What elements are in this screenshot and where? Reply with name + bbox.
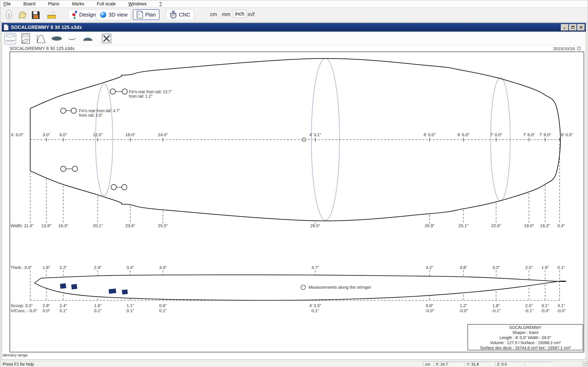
thickness-label: 4.2" <box>426 265 433 270</box>
vee-concave-label: 0.1" <box>60 308 67 313</box>
slice-ellipse-center <box>311 58 339 220</box>
unit-mm[interactable]: mm <box>222 11 231 17</box>
close-button[interactable] <box>577 24 585 31</box>
fin-plug <box>71 284 77 289</box>
fin-plug <box>109 289 116 294</box>
resize-grip[interactable] <box>582 362 588 367</box>
thickness-label: 3.2" <box>493 265 500 270</box>
drawing-frame: X: 0.0"Width: 11.4"Thick.: 0.0"Scoop: 3.… <box>9 52 584 352</box>
view-outline-icon[interactable] <box>51 33 63 44</box>
unit-cm[interactable]: cm <box>210 11 217 17</box>
scoop-label: 0.6" <box>159 303 167 308</box>
scoop-label: Scoop: 3.3" <box>11 303 33 308</box>
select-tool-icon[interactable] <box>4 10 14 20</box>
x-position-label: 6.0" <box>60 132 67 137</box>
info-surface-dev: Surface dev deck : 16744.6 cm² bot : 155… <box>468 345 583 350</box>
stringer-note: Measurements along the stringer <box>309 285 371 290</box>
menu-help[interactable]: ? <box>159 1 162 7</box>
scoop-label: 2.4" <box>60 303 67 308</box>
menu-marks[interactable]: Marks <box>72 1 84 7</box>
scoop-label: 0.8" <box>426 303 433 308</box>
date-checkbox[interactable] <box>577 47 580 50</box>
cnc-button[interactable]: CNC <box>166 9 194 20</box>
view-slice-icon[interactable] <box>82 33 94 44</box>
board-profile <box>35 275 566 300</box>
thickness-label: 3.9" <box>159 265 167 270</box>
save-icon[interactable] <box>30 10 41 20</box>
scoop-label: 1.6" <box>94 303 102 308</box>
status-unit: cm <box>423 362 432 366</box>
width-label: 16.2" <box>540 223 550 228</box>
width-label: 29.5" <box>310 223 320 228</box>
thickness-label: 4.7" <box>311 265 319 270</box>
document-window: SOCALGREMMY 8 30 125.s3dx <box>2 23 586 360</box>
vee-concave-label: 0.0" <box>43 308 50 313</box>
x-position-label: 7' 6.0" <box>523 132 535 137</box>
vee-concave-label: -0.0" <box>541 308 550 313</box>
design-button[interactable]: Design <box>68 9 99 20</box>
vee-concave-label: 0.1" <box>94 308 102 313</box>
fin-annotation: Fin's rear from tail: 4.7" <box>79 108 120 113</box>
info-volume-surface: Volume : 127.5 l Surface : 15098.2 cm² <box>468 340 583 345</box>
measure-icon[interactable] <box>46 10 57 20</box>
width-label: 25.5" <box>158 223 168 228</box>
menu-board[interactable]: Board <box>23 1 35 7</box>
vee-concave-label: V/Conc.: -0.0" <box>11 308 37 313</box>
x-position-label: 7' 9.0" <box>539 132 551 137</box>
sheet-filename: SOCALGREMMY 8 30 125.s3dx <box>9 46 75 51</box>
view-rocker-icon[interactable] <box>66 33 78 44</box>
x-position-label: 12.0" <box>93 132 103 137</box>
fin-plug <box>122 290 128 295</box>
sphere-icon <box>100 11 107 18</box>
view-plan-profile-icon[interactable] <box>4 33 16 44</box>
maximize-button[interactable] <box>569 24 577 31</box>
fin-annotation: Fin's rear from tail: 13.7" <box>129 90 172 94</box>
x-position-label: X: 0.0" <box>11 132 23 137</box>
menu-full-scale[interactable]: Full scale <box>97 1 116 7</box>
width-label: 26.9" <box>425 223 434 228</box>
author-name: dennery serge <box>3 353 27 358</box>
x-position-label: 6' 6.0" <box>458 132 469 137</box>
thickness-label: 3.4" <box>127 265 134 270</box>
unit-inf[interactable]: in/f <box>248 11 254 17</box>
menu-plans[interactable]: Plans <box>48 1 59 7</box>
thickness-label: 2.9" <box>94 265 102 270</box>
scoop-label: 4' 2.5" <box>309 303 321 308</box>
width-label: 22.6" <box>491 223 501 228</box>
menu-windows[interactable]: Windows <box>129 1 147 7</box>
export-excel-icon[interactable] <box>101 33 112 44</box>
plan-button[interactable]: Plan <box>133 9 159 20</box>
vee-concave-label: -0.0" <box>557 308 566 313</box>
minimize-button[interactable] <box>561 24 568 31</box>
width-label: 23.6" <box>125 223 135 228</box>
plan-sheet: SOCALGREMMY 8 30 125.s3dx 2015/10/19 <box>2 45 586 359</box>
scoop-label: 1.8" <box>493 303 500 308</box>
fin-annotation: from rail: 2.0" <box>79 113 103 117</box>
info-dimensions: Length : 8' 0.0" Width : 29.5" <box>468 335 583 340</box>
thickness-label: 0.1" <box>558 265 565 270</box>
x-position-label: 4' 3.1" <box>309 132 321 137</box>
board-center-marker <box>302 138 306 142</box>
thickness-label: Thick.: 0.0" <box>11 265 32 270</box>
view-spec-sheet-icon[interactable] <box>20 33 32 44</box>
application-window: File Board Plans Marks Full scale Window… <box>0 0 588 367</box>
fin-markers <box>61 89 127 190</box>
main-toolbar: Design 3D view Plan CNC cm mm inch in/f <box>0 8 588 22</box>
open-file-icon[interactable] <box>18 10 28 20</box>
view-slice-curve-icon[interactable] <box>35 33 47 44</box>
3d-view-button[interactable]: 3D view <box>96 9 131 20</box>
info-board-name: SOCALGREMMY <box>468 325 583 330</box>
slice-ellipse-nose <box>491 77 510 201</box>
menu-file[interactable]: File <box>3 1 11 7</box>
title-bar[interactable]: SOCALGREMMY 8 30 125.s3dx <box>2 23 586 32</box>
thickness-label: 2.2" <box>60 265 67 270</box>
unit-inch[interactable]: inch <box>233 10 246 18</box>
scoop-label: 1.1" <box>127 303 134 308</box>
sheet-date: 2015/10/19 <box>553 46 575 51</box>
width-label: 19.0" <box>524 223 534 228</box>
status-x-coordinate: X: 24.7 <box>434 362 464 366</box>
x-position-label: 7' 0.0" <box>490 132 502 137</box>
thickness-label: 2.5" <box>525 265 533 270</box>
width-label: 13.9" <box>42 223 51 228</box>
status-extra-field <box>525 362 552 366</box>
